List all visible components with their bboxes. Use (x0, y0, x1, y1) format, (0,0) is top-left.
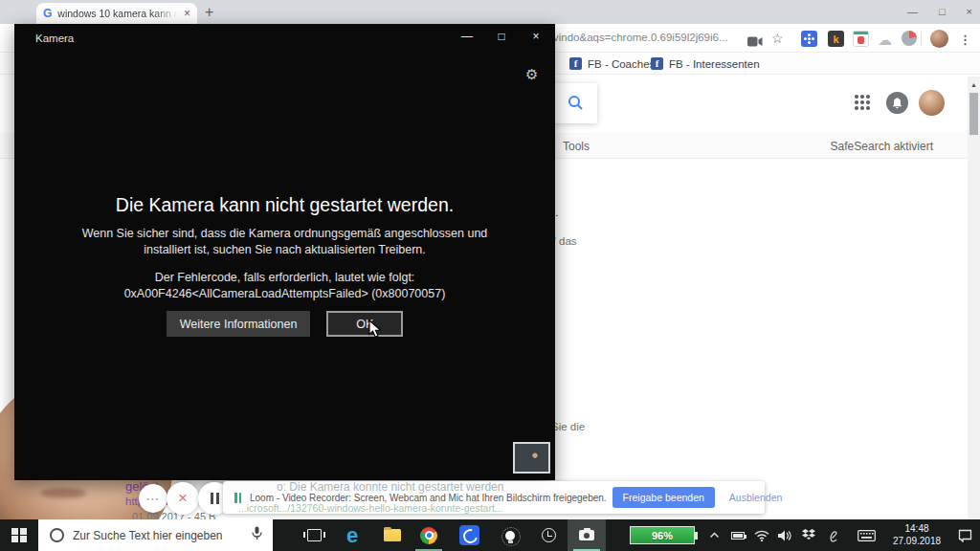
google-profile-avatar[interactable] (919, 90, 945, 116)
browser-close-button[interactable]: × (967, 4, 972, 19)
clock-date: 27.09.2018 (880, 535, 953, 547)
tray-expand-button[interactable] (705, 519, 723, 551)
bookmark-fb-interessenten[interactable]: f FB - Interessenten (651, 57, 760, 70)
swirl-app-icon (459, 525, 479, 545)
taskbar-search-placeholder: Zur Suche Text hier eingeben (73, 529, 252, 542)
bookmark-label: FB - Coaches (588, 58, 655, 70)
camera-roll-thumbnail[interactable] (513, 442, 550, 474)
lightbulb-icon (505, 531, 515, 540)
task-view-icon (307, 529, 322, 541)
windows-logo-icon (11, 528, 27, 543)
action-center-button[interactable] (953, 519, 976, 551)
browser-menu-icon[interactable]: ⋮ (959, 33, 971, 47)
page-text-fragment: ” das (552, 235, 577, 247)
chrome-icon (420, 527, 437, 544)
tray-wifi-icon[interactable] (752, 519, 771, 551)
screen-share-notification-bar: o: Die Kamera konnte nicht gestartet wer… (223, 481, 765, 514)
tab-title: windows 10 kamera kann nicht g (57, 8, 178, 19)
camera-maximize-button[interactable]: □ (484, 24, 519, 49)
browser-maximize-button[interactable]: □ (939, 4, 946, 19)
camera-error-body: Wenn Sie sicher sind, dass die Kamera or… (72, 226, 498, 257)
bookmark-fb-coaches[interactable]: f FB - Coaches (569, 57, 655, 70)
bookmark-star-icon[interactable]: ☆ (771, 31, 784, 46)
camera-icon (579, 530, 594, 540)
taskbar-clock[interactable]: 14:48 27.09.2018 (880, 522, 953, 547)
tab-close-icon[interactable]: × (184, 8, 190, 19)
loom-app-button[interactable] (450, 519, 488, 551)
tray-pen-icon[interactable] (824, 519, 843, 551)
more-information-button[interactable]: Weitere Informationen (167, 311, 311, 337)
desktop: G windows 10 kamera kann nicht g × + — □… (0, 0, 980, 551)
new-tab-button[interactable]: + (205, 4, 213, 21)
tools-menu[interactable]: Tools (563, 140, 590, 153)
extension-shield-icon[interactable] (853, 31, 869, 47)
scroll-up-icon[interactable]: ▲ (970, 81, 977, 88)
mouse-cursor (368, 320, 383, 342)
tray-touch-keyboard-icon[interactable] (855, 519, 878, 551)
address-bar[interactable]: vindo&aqs=chrome.0.69i59l2j69i6... (553, 32, 728, 43)
recording-pause-icon (234, 493, 241, 503)
file-explorer-button[interactable] (373, 519, 412, 551)
search-icon[interactable] (568, 95, 584, 115)
google-favicon-icon: G (43, 7, 52, 20)
camera-error-code: 0xA00F4246<AllCameraLoadAttemptsFailed> … (14, 287, 555, 300)
extension-cloud-icon[interactable]: ☁ (878, 33, 892, 47)
tray-battery-icon[interactable] (727, 519, 748, 551)
start-button[interactable] (0, 519, 38, 551)
share-message: Loom - Video Recorder: Screen, Webcam an… (250, 493, 607, 503)
taskbar-search-box[interactable]: Zur Suche Text hier eingeben (38, 519, 273, 551)
extension-blue-icon[interactable] (801, 31, 817, 47)
page-scrollbar[interactable]: ▲ (968, 77, 980, 519)
scrollbar-thumb[interactable] (969, 93, 978, 135)
chrome-button[interactable] (410, 519, 448, 551)
toolbar-divider (921, 32, 922, 46)
browser-tab[interactable]: G windows 10 kamera kann nicht g × (36, 3, 197, 24)
camera-close-button[interactable]: × (519, 24, 553, 49)
hide-bar-button[interactable]: Ausblenden (729, 492, 782, 503)
facebook-icon: f (651, 57, 663, 70)
safesearch-status[interactable]: SafeSearch aktiviert (831, 140, 933, 153)
facebook-icon: f (569, 57, 582, 70)
page-text-fragment: Sie die (551, 421, 585, 432)
camera-error-code-intro: Der Fehlercode, falls erforderlich, laut… (14, 271, 555, 284)
edge-button[interactable]: e (333, 519, 371, 551)
battery-percent: 96% (652, 530, 673, 541)
alarms-app-button[interactable] (529, 519, 568, 551)
folder-icon (384, 529, 401, 541)
alarm-clock-icon (542, 528, 556, 542)
tray-dropbox-icon[interactable] (799, 519, 818, 551)
tab-strip: G windows 10 kamera kann nicht g × + — □… (0, 0, 980, 24)
task-view-button[interactable] (295, 519, 333, 551)
windows-taskbar: Zur Suche Text hier eingeben e 96% (0, 519, 980, 551)
browser-profile-avatar[interactable] (930, 30, 948, 48)
camera-app-window: Kamera — □ × ⚙ Die Kamera kann nicht ges… (14, 24, 555, 480)
loom-more-button[interactable]: ⋯ (139, 484, 167, 513)
extension-keepa-icon[interactable]: k (828, 31, 844, 47)
edge-icon: e (346, 525, 358, 546)
tray-volume-icon[interactable] (775, 519, 794, 551)
camera-minimize-button[interactable]: — (450, 24, 484, 49)
lamp-app-button[interactable] (491, 519, 529, 551)
tab-media-camera-icon[interactable] (747, 33, 763, 51)
google-apps-grid-icon[interactable] (855, 95, 871, 111)
clock-time: 14:48 (880, 522, 953, 535)
cortana-icon (50, 528, 64, 542)
extension-circle-icon[interactable] (902, 31, 917, 46)
microphone-icon[interactable] (252, 526, 262, 544)
notifications-bell-icon[interactable] (886, 92, 908, 114)
loom-cancel-button[interactable]: × (167, 482, 199, 515)
battery-meter-badge[interactable]: 96% (630, 526, 695, 544)
browser-minimize-button[interactable]: — (907, 4, 918, 19)
camera-app-button[interactable] (568, 519, 606, 551)
bookmark-label: FB - Interessenten (669, 58, 760, 70)
camera-window-title: Kamera (35, 33, 74, 44)
camera-error-headline: Die Kamera kann nicht gestartet werden. (14, 194, 555, 216)
stop-sharing-button[interactable]: Freigabe beenden (612, 487, 715, 508)
camera-settings-gear-icon[interactable]: ⚙ (525, 66, 538, 83)
ok-button[interactable]: OK (326, 311, 403, 337)
